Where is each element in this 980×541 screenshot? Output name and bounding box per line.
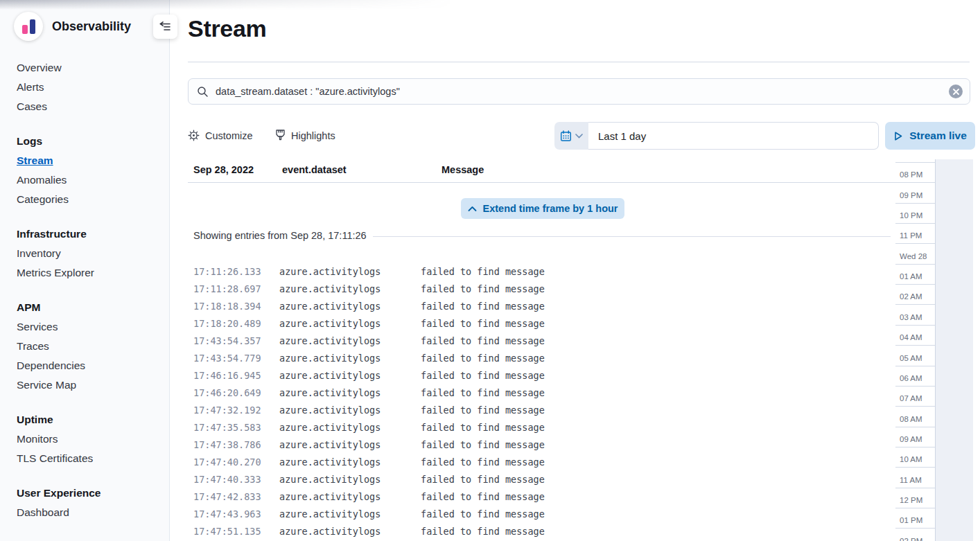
log-table-row[interactable]: 17:47:32.192 azure.activitylogs failed t… <box>170 401 898 418</box>
sidebar-item[interactable]: Dependencies <box>17 356 162 375</box>
log-table-row[interactable]: 17:46:16.945 azure.activitylogs failed t… <box>170 366 898 384</box>
chevron-down-icon <box>575 134 583 139</box>
date-picker-button[interactable] <box>554 122 588 150</box>
log-entries-list: 17:11:26.133 azure.activitylogs failed t… <box>170 263 898 540</box>
clear-search-button[interactable] <box>949 85 963 98</box>
customize-button[interactable]: Customize <box>188 130 253 141</box>
log-table-row[interactable]: 17:47:43.963 azure.activitylogs failed t… <box>170 505 898 522</box>
minimap-tick-label: 10 PM <box>900 211 922 220</box>
sidebar-item[interactable]: TLS Certificates <box>17 449 162 468</box>
log-dataset: azure.activitylogs <box>279 422 421 433</box>
section-heading: Uptime <box>17 410 162 429</box>
minimap-tick-line <box>895 427 935 427</box>
log-table-row[interactable]: 17:18:18.394 azure.activitylogs failed t… <box>170 297 898 314</box>
sidebar-item[interactable]: Monitors <box>17 429 162 449</box>
minimap-tick-label: 05 AM <box>900 354 922 362</box>
sidebar-item[interactable]: Services <box>17 317 162 337</box>
log-dataset: azure.activitylogs <box>279 491 421 502</box>
column-header-message: Message <box>441 164 484 175</box>
log-table-row[interactable]: 17:11:26.133 azure.activitylogs failed t… <box>170 263 898 280</box>
log-timestamp: 17:43:54.357 <box>193 335 279 346</box>
log-dataset: azure.activitylogs <box>279 526 421 537</box>
minimap-tick-line <box>895 203 935 204</box>
highlights-button[interactable]: Highlights <box>275 130 335 141</box>
sidebar-item[interactable]: Anomalies <box>17 170 162 190</box>
log-timestamp: 17:18:18.394 <box>193 301 279 312</box>
time-range-value[interactable]: Last 1 day <box>588 122 879 150</box>
extend-time-frame-label: Extend time frame by 1 hour <box>483 203 618 214</box>
minimap-tick-line <box>895 528 935 529</box>
column-header-date: Sep 28, 2022 <box>193 164 254 175</box>
menu-collapse-icon <box>159 21 171 32</box>
log-table-row[interactable]: 17:43:54.779 azure.activitylogs failed t… <box>170 349 898 366</box>
minimap-tick-label: 09 PM <box>900 191 922 199</box>
brush-icon <box>275 130 286 141</box>
extend-time-frame-button[interactable]: Extend time frame by 1 hour <box>461 198 624 219</box>
log-table-row[interactable]: 17:47:40.270 azure.activitylogs failed t… <box>170 453 898 470</box>
log-table-row[interactable]: 17:47:51.135 azure.activitylogs failed t… <box>170 522 898 540</box>
minimap-tick-label: 03 AM <box>900 313 922 321</box>
sidebar-section-uptime: Uptime MonitorsTLS Certificates <box>17 410 162 468</box>
log-dataset: azure.activitylogs <box>279 405 421 416</box>
showing-entries-row: Showing entries from Sep 28, 17:11:26 <box>193 230 367 241</box>
log-table-row[interactable]: 17:47:35.583 azure.activitylogs failed t… <box>170 418 898 436</box>
log-table-row[interactable]: 17:47:38.786 azure.activitylogs failed t… <box>170 436 898 453</box>
minimap-tick-line <box>895 264 935 265</box>
sidebar-nav: OverviewAlertsCases Logs StreamAnomalies… <box>17 58 162 522</box>
log-dataset: azure.activitylogs <box>279 370 421 381</box>
log-message: failed to find message <box>421 387 898 398</box>
chevron-up-icon <box>468 206 477 212</box>
minimap-tick-label: 01 AM <box>900 272 922 281</box>
search-bar[interactable]: data_stream.dataset : "azure.activitylog… <box>188 78 970 105</box>
sidebar-item[interactable]: Cases <box>17 97 162 116</box>
log-message: failed to find message <box>421 508 898 520</box>
sidebar-primary-group: OverviewAlertsCases <box>17 58 162 116</box>
sidebar-item[interactable]: Alerts <box>17 78 162 97</box>
sidebar-item[interactable]: Service Map <box>17 375 162 395</box>
stream-live-button[interactable]: Stream live <box>885 122 975 150</box>
log-timestamp: 17:47:51.135 <box>193 526 279 537</box>
log-message: failed to find message <box>421 335 898 346</box>
minimap-tick-line <box>895 182 935 183</box>
minimap-tick-line <box>895 386 935 387</box>
time-range-picker: Last 1 day <box>554 122 879 150</box>
log-table-row[interactable]: 17:43:54.357 azure.activitylogs failed t… <box>170 332 898 349</box>
minimap-tick-label: 04 AM <box>900 333 922 342</box>
sidebar-item[interactable]: Stream <box>17 151 162 170</box>
log-table-row[interactable]: 17:47:42.833 azure.activitylogs failed t… <box>170 488 898 505</box>
log-table-row[interactable]: 17:47:40.333 azure.activitylogs failed t… <box>170 470 898 488</box>
minimap-tick-label: 09 AM <box>900 435 922 443</box>
sidebar-item[interactable]: Dashboard <box>17 503 162 522</box>
log-timestamp: 17:47:40.270 <box>193 456 279 468</box>
minimap-tick-label: 11 PM <box>900 231 922 240</box>
section-heading: User Experience <box>17 484 162 503</box>
minimap-tick-label: Wed 28 <box>900 252 927 260</box>
log-dataset: azure.activitylogs <box>279 508 421 520</box>
sidebar: Observability OverviewAlertsCases Logs S… <box>0 0 170 541</box>
log-dataset: azure.activitylogs <box>279 335 421 346</box>
log-message: failed to find message <box>421 456 898 468</box>
minimap-tick-label: 12 PM <box>900 496 922 504</box>
minimap-tick-line <box>895 325 935 326</box>
log-timestamp: 17:46:16.945 <box>193 370 279 381</box>
section-heading: Logs <box>17 132 162 151</box>
minimap-density-strip[interactable] <box>935 159 973 541</box>
log-table-row[interactable]: 17:18:20.489 azure.activitylogs failed t… <box>170 314 898 332</box>
log-table-row[interactable]: 17:11:28.697 azure.activitylogs failed t… <box>170 280 898 297</box>
sidebar-item[interactable]: Inventory <box>17 244 162 263</box>
page-title: Stream <box>188 15 266 42</box>
log-table-row[interactable]: 17:46:20.649 azure.activitylogs failed t… <box>170 384 898 401</box>
minimap-tick-label: 10 AM <box>900 455 922 463</box>
sidebar-item[interactable]: Metrics Explorer <box>17 263 162 283</box>
showing-entries-divider <box>373 236 891 237</box>
collapse-sidebar-button[interactable] <box>153 15 177 39</box>
sidebar-item[interactable]: Categories <box>17 190 162 209</box>
minimap-tick-line <box>895 447 935 447</box>
log-message: failed to find message <box>421 474 898 485</box>
minimap-tick-line <box>895 345 935 346</box>
table-header-divider <box>188 182 898 183</box>
minimap-tick-label: 07 AM <box>900 394 922 402</box>
sidebar-item[interactable]: Traces <box>17 337 162 356</box>
sidebar-item[interactable]: Overview <box>17 58 162 78</box>
search-query-input[interactable]: data_stream.dataset : "azure.activitylog… <box>216 86 949 97</box>
